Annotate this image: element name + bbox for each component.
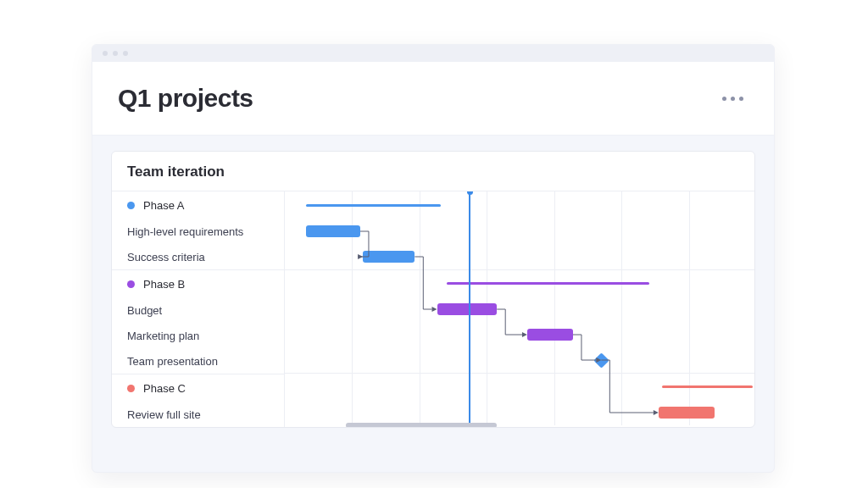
window-chrome [92, 45, 774, 62]
today-marker-dot [467, 191, 473, 195]
phase-summary-bar[interactable] [306, 204, 441, 207]
window-dot [113, 51, 118, 56]
row-separator [285, 269, 754, 270]
milestone-marker[interactable] [593, 352, 609, 368]
phase-group: Phase B Budget Marketing plan Team prese… [112, 269, 284, 374]
phase-name: Phase A [143, 199, 184, 212]
phase-summary-bar[interactable] [662, 385, 753, 388]
phase-name: Phase B [143, 278, 185, 291]
phase-title-row[interactable]: Phase B [112, 270, 284, 297]
gantt-card: Team iteration Phase A High-level requir… [111, 151, 755, 428]
task-row-label[interactable]: Marketing plan [112, 323, 284, 348]
gantt-chart[interactable]: Phase A High-level requirements Success … [112, 191, 754, 427]
row-separator [285, 373, 754, 374]
phase-title-row[interactable]: Phase A [112, 191, 284, 219]
task-bar[interactable] [527, 329, 573, 341]
phase-color-dot [127, 202, 135, 209]
phase-color-dot [127, 385, 135, 392]
ellipsis-icon [731, 97, 735, 101]
ellipsis-icon [722, 97, 726, 101]
more-menu-button[interactable] [717, 92, 748, 106]
task-bar[interactable] [437, 303, 498, 315]
svg-marker-4 [654, 410, 659, 415]
page-title: Q1 projects [118, 84, 253, 113]
phase-name: Phase C [143, 382, 186, 395]
svg-marker-1 [432, 307, 437, 312]
phase-summary-bar[interactable] [447, 282, 650, 285]
today-marker [469, 191, 470, 425]
browser-window: Q1 projects Team iteration Phase A High-… [92, 44, 775, 473]
card-title: Team iteration [112, 152, 754, 191]
gantt-timeline[interactable] [285, 191, 754, 425]
phase-group: Phase C Review full site [112, 374, 284, 427]
grid-line [689, 191, 690, 425]
task-bar[interactable] [659, 407, 715, 419]
task-row-label[interactable]: High-level requirements [112, 219, 284, 244]
grid-line [621, 191, 622, 425]
phase-title-row[interactable]: Phase C [112, 374, 284, 402]
window-dot [103, 51, 108, 56]
task-row-label[interactable]: Review full site [112, 402, 284, 427]
horizontal-scrollbar[interactable] [285, 422, 754, 428]
task-bar[interactable] [306, 225, 360, 237]
task-row-label[interactable]: Success criteria [112, 244, 284, 269]
grid-line [554, 191, 555, 425]
gantt-row-labels: Phase A High-level requirements Success … [112, 191, 285, 427]
page-header: Q1 projects [92, 62, 774, 136]
grid-line [420, 191, 420, 425]
task-row-label[interactable]: Team presentation [112, 348, 284, 374]
scrollbar-thumb[interactable] [346, 423, 497, 428]
task-bar[interactable] [363, 251, 415, 263]
ellipsis-icon [739, 97, 743, 101]
task-row-label[interactable]: Budget [112, 297, 284, 323]
phase-group: Phase A High-level requirements Success … [112, 191, 284, 269]
window-dot [123, 51, 128, 56]
phase-color-dot [127, 280, 135, 288]
